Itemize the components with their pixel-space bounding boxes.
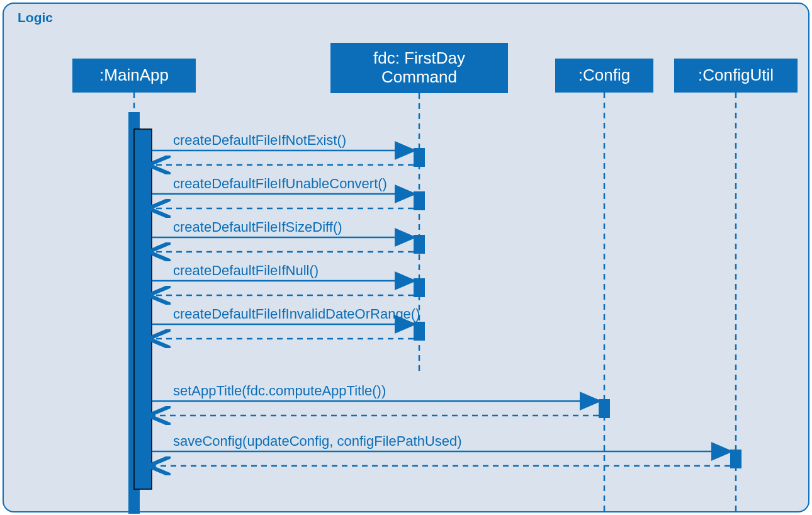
activation-config-1	[599, 399, 610, 418]
activation-configutil-1	[730, 450, 742, 468]
message-label: createDefaultFileIfNotExist()	[173, 132, 346, 149]
message-label: createDefaultFileIfInvalidDateOrRange()	[173, 306, 420, 322]
activation-fdc-5	[414, 322, 425, 341]
message-label: setAppTitle(fdc.computeAppTitle())	[173, 383, 386, 399]
activation-fdc-2	[414, 191, 425, 210]
sequence-frame: Logic :MainApp fdc: FirstDay Command :Co…	[3, 3, 809, 512]
activation-mainapp-inner	[134, 129, 152, 489]
message-label: createDefaultFileIfUnableConvert()	[173, 176, 387, 192]
message-label: saveConfig(updateConfig, configFilePathU…	[173, 433, 462, 450]
activation-fdc-4	[414, 278, 425, 297]
message-label: createDefaultFileIfNull()	[173, 263, 319, 279]
lifelines	[134, 93, 736, 514]
activation-fdc-3	[414, 235, 425, 254]
message-label: createDefaultFileIfSizeDiff()	[173, 219, 342, 235]
activation-fdc-1	[414, 148, 425, 167]
